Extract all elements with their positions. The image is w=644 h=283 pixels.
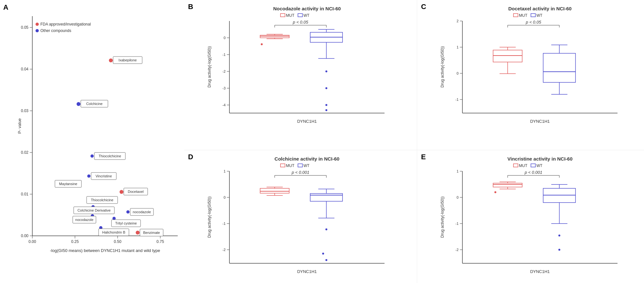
svg-rect-94: [513, 14, 518, 17]
panel-c: C Docetaxel activity in NCI-60 MUT WT: [417, 0, 644, 150]
boxplot-e: Vincristine activity in NCI-60 MUT WT 1 …: [437, 153, 643, 283]
svg-point-87: [325, 104, 327, 106]
svg-text:Docetaxel activity in NCI-60: Docetaxel activity in NCI-60: [508, 6, 572, 11]
svg-text:-2: -2: [222, 69, 226, 73]
right-panels: B Nocodazole activity in NCI-60 MUT WT: [184, 0, 644, 283]
svg-text:0: 0: [224, 36, 226, 40]
main-container: A 0.00 0.25 0.50 0.75: [0, 0, 644, 283]
svg-text:-2: -2: [222, 248, 226, 252]
svg-text:WT: WT: [536, 13, 543, 18]
svg-text:Vincristine: Vincristine: [96, 174, 112, 178]
boxplot-d: Colchicine activity in NCI-60 MUT WT 1: [204, 153, 410, 283]
point-colchicine: [77, 102, 80, 106]
svg-point-88: [325, 109, 327, 111]
svg-text:DYNC1H1: DYNC1H1: [530, 269, 550, 274]
svg-text:2: 2: [457, 19, 459, 23]
svg-text:p < 0.001: p < 0.001: [524, 170, 543, 175]
svg-text:0.01: 0.01: [21, 192, 29, 196]
svg-text:0.25: 0.25: [71, 239, 79, 244]
point-trityl: [112, 217, 116, 220]
svg-text:FDA approved/investigational: FDA approved/investigational: [40, 22, 91, 26]
svg-text:WT: WT: [536, 163, 543, 168]
svg-text:0.00: 0.00: [28, 239, 36, 244]
svg-text:0.00: 0.00: [21, 234, 29, 238]
svg-text:DYNC1H1: DYNC1H1: [297, 119, 317, 124]
svg-rect-145: [260, 188, 289, 193]
panel-e: E Vincristine activity in NCI-60 MUT WT: [417, 150, 644, 283]
svg-text:DYNC1H1: DYNC1H1: [297, 269, 317, 274]
panel-b-label: B: [188, 3, 193, 11]
svg-text:-2: -2: [455, 248, 459, 252]
panel-c-label: C: [421, 3, 426, 11]
svg-rect-56: [298, 14, 302, 17]
svg-rect-163: [513, 164, 518, 167]
svg-text:nocodazole: nocodazole: [75, 218, 93, 222]
svg-rect-54: [280, 14, 285, 17]
svg-text:0: 0: [457, 195, 459, 199]
svg-text:-log(GI50 means) between DYNC1: -log(GI50 means) between DYNC1H1 mutant …: [50, 248, 160, 253]
svg-point-192: [558, 235, 560, 236]
svg-text:Docetaxel: Docetaxel: [128, 190, 144, 194]
svg-rect-129: [298, 164, 302, 167]
point-docetaxel: [120, 190, 123, 194]
svg-point-185: [494, 191, 496, 193]
svg-text:Ixabepilone: Ixabepilone: [119, 58, 137, 62]
svg-point-85: [325, 70, 327, 72]
svg-text:Colchicine Derivative: Colchicine Derivative: [78, 208, 111, 212]
svg-point-78: [261, 43, 263, 45]
svg-text:nocodazole: nocodazole: [133, 210, 151, 214]
svg-text:MUT: MUT: [286, 13, 295, 18]
svg-text:Maytansine: Maytansine: [59, 182, 77, 186]
svg-rect-118: [543, 53, 575, 82]
svg-text:-1: -1: [222, 222, 226, 225]
svg-point-52: [36, 29, 39, 32]
svg-point-86: [325, 87, 327, 89]
point-ixabepilone: [109, 58, 113, 62]
svg-text:-1: -1: [455, 222, 459, 225]
svg-rect-165: [531, 164, 535, 167]
svg-text:-1: -1: [455, 98, 459, 101]
svg-text:Thiocolchicine: Thiocolchicine: [99, 154, 121, 158]
svg-text:DYNC1H1: DYNC1H1: [530, 119, 550, 124]
svg-text:Trityl cysteine: Trityl cysteine: [115, 221, 137, 225]
svg-text:Drug activity(-log(GI50)): Drug activity(-log(GI50)): [440, 46, 445, 88]
svg-text:0.50: 0.50: [114, 239, 121, 244]
svg-text:0.05: 0.05: [21, 25, 29, 30]
point-thiocolchicine1: [90, 154, 94, 158]
svg-text:0.03: 0.03: [21, 109, 29, 113]
svg-text:Thiocolchicine: Thiocolchicine: [91, 198, 113, 202]
svg-rect-181: [493, 183, 522, 187]
point-benzimate: [136, 231, 140, 235]
svg-text:Drug activity(-log(GI50)): Drug activity(-log(GI50)): [440, 196, 445, 238]
svg-text:0.75: 0.75: [156, 239, 164, 244]
svg-text:0: 0: [457, 71, 459, 75]
scatter-plot: 0.00 0.25 0.50 0.75 0.00 0.01 0.02 0.03: [16, 6, 184, 265]
svg-text:1: 1: [457, 45, 459, 49]
svg-text:Halichondrin B: Halichondrin B: [102, 230, 125, 234]
svg-text:MUT: MUT: [519, 163, 528, 168]
panel-a: A 0.00 0.25 0.50 0.75: [0, 0, 184, 283]
svg-rect-112: [493, 50, 522, 62]
svg-text:Colchicine: Colchicine: [86, 102, 103, 106]
svg-text:P- value: P- value: [17, 118, 22, 134]
svg-text:1: 1: [457, 169, 459, 173]
panel-a-label: A: [3, 3, 8, 12]
svg-point-156: [322, 253, 324, 255]
svg-rect-151: [310, 194, 343, 201]
svg-text:MUT: MUT: [286, 163, 295, 168]
svg-point-157: [325, 259, 327, 261]
svg-text:Benzimate: Benzimate: [143, 231, 160, 235]
svg-rect-96: [531, 14, 535, 17]
svg-text:MUT: MUT: [519, 13, 528, 18]
svg-text:p < 0.05: p < 0.05: [292, 20, 308, 25]
svg-text:Drug activity(-log(GI50)): Drug activity(-log(GI50)): [207, 46, 212, 88]
panel-b-title: Nocodazole activity in NCI-60: [273, 6, 341, 11]
svg-text:WT: WT: [303, 163, 310, 168]
svg-text:0.04: 0.04: [21, 67, 29, 71]
point-nocodazole2: [126, 210, 130, 214]
svg-point-155: [325, 228, 327, 230]
svg-text:-3: -3: [222, 86, 226, 90]
panel-e-label: E: [421, 153, 426, 161]
svg-text:-1: -1: [222, 53, 226, 57]
svg-text:WT: WT: [303, 13, 310, 18]
